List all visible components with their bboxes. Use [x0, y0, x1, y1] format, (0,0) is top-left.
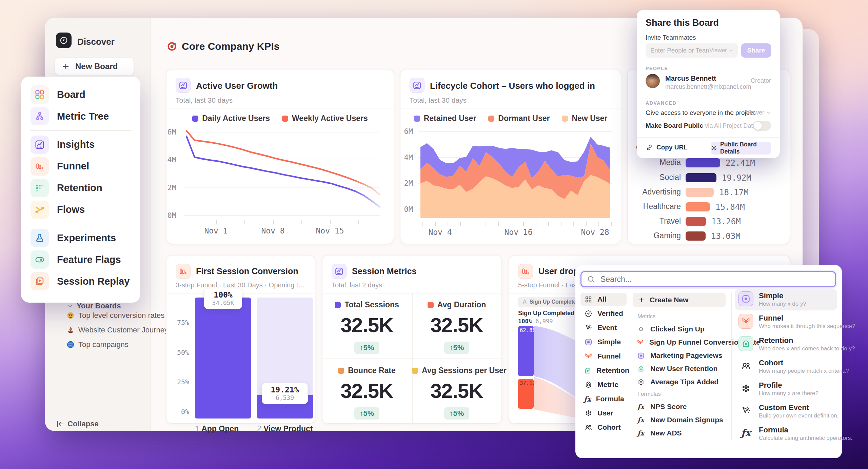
app-content-layer: Discover New Board Your Boards Top level…: [0, 0, 868, 469]
library-item-label: New Domain Signups: [650, 416, 723, 424]
funnel-shape-icon: [637, 339, 644, 346]
metric-hex-icon: [584, 381, 593, 389]
section-label: Metrics: [637, 313, 726, 320]
type-card-profile[interactable]: ProfileHow many x are there?: [735, 378, 837, 400]
filter-label: Verified: [597, 309, 623, 318]
filter-label: Event: [597, 324, 617, 332]
type-desc: Build your own event definition.: [759, 412, 839, 420]
type-desc: Who makes it through this sequence?: [759, 323, 855, 330]
search-icon: [587, 275, 595, 283]
filter-label: Metric: [597, 381, 618, 389]
type-card-formula[interactable]: ƒxFormulaCalculate using arithmetic oper…: [735, 423, 837, 445]
filter-column: AllVerifiedEventSimpleFunnelRetentionMet…: [580, 293, 627, 435]
divider: [731, 293, 732, 441]
simple-tile-icon: [637, 352, 645, 359]
user-flower-icon: [738, 381, 753, 396]
plus-icon: [638, 297, 645, 303]
library-item[interactable]: Clicked Sign Up: [633, 324, 726, 334]
circle-sm-icon: [637, 326, 645, 333]
search-input-wrap: [580, 271, 836, 287]
search-input[interactable]: [600, 274, 817, 284]
library-item[interactable]: Sign Up Funnel Conversion Rate: [633, 337, 726, 348]
type-desc: How many x are there?: [759, 390, 818, 397]
type-desc: How many people match x criteria?: [759, 367, 849, 375]
library-item[interactable]: ƒxNew Domain Signups: [633, 414, 726, 425]
filter-verified[interactable]: Verified: [580, 307, 627, 320]
library-item-label: New User Retention: [650, 365, 717, 373]
create-new-label: Create New: [650, 296, 688, 304]
cohort-people-icon: [584, 424, 593, 431]
simple-tile-icon: [738, 291, 753, 306]
retention-arch-icon: [637, 365, 645, 372]
fx-icon: ƒx: [738, 426, 753, 441]
filter-user[interactable]: User: [580, 407, 627, 420]
type-title: Funnel: [759, 314, 855, 323]
filter-all[interactable]: All: [580, 293, 627, 306]
type-card-custom-event[interactable]: Custom EventBuild your own event definit…: [735, 401, 837, 422]
filter-retention[interactable]: Retention: [580, 364, 627, 377]
type-card-cohort[interactable]: CohortHow many people match x criteria?: [735, 356, 837, 378]
user-flower-icon: [584, 409, 593, 417]
library-column: Create NewMetricsClicked Sign UpSign Up …: [633, 293, 726, 441]
type-card-simple[interactable]: SimpleHow many x do y?: [735, 289, 837, 310]
verified-icon: [584, 310, 593, 318]
filter-formula[interactable]: ƒxFormula: [580, 392, 627, 405]
event-spark-icon: [584, 324, 593, 332]
fx-icon: ƒx: [637, 430, 645, 437]
filter-label: Simple: [597, 338, 621, 346]
library-item[interactable]: ƒxNPS Score: [633, 401, 726, 412]
retention-arch-icon: [738, 336, 753, 351]
type-title: Simple: [759, 291, 806, 300]
desktop-background: Discover New Board Your Boards Top level…: [0, 0, 868, 469]
type-title: Profile: [759, 381, 818, 390]
type-title: Retention: [759, 336, 855, 345]
library-item[interactable]: ƒxNew ADS: [633, 428, 726, 439]
library-item[interactable]: Marketing Pageviews: [633, 350, 726, 361]
filter-label: User: [597, 409, 613, 417]
cohort-people-icon: [738, 359, 753, 373]
metric-hex-icon: [637, 379, 645, 386]
filter-label: Cohort: [597, 423, 621, 431]
fx-icon: ƒx: [637, 403, 645, 410]
filter-funnel[interactable]: Funnel: [580, 350, 627, 363]
filter-metric[interactable]: Metric: [580, 378, 627, 391]
section-label: Formulas: [637, 391, 726, 397]
fx-icon: ƒx: [637, 416, 645, 424]
type-desc: Calculate using arithmetic operators.: [759, 434, 852, 442]
funnel-shape-icon: [584, 352, 593, 360]
filter-event[interactable]: Event: [580, 321, 627, 334]
grid-all-icon: [584, 295, 593, 303]
filter-label: Retention: [596, 366, 629, 374]
library-item-label: NPS Score: [650, 403, 687, 411]
library-item-label: Marketing Pageviews: [650, 351, 722, 360]
create-new-button[interactable]: Create New: [633, 293, 726, 307]
type-title: Custom Event: [759, 403, 839, 412]
library-item[interactable]: Average Tips Added: [633, 376, 726, 387]
filter-simple[interactable]: Simple: [580, 335, 627, 348]
funnel-shape-icon: [738, 314, 753, 329]
filter-label: Funnel: [597, 352, 621, 360]
filter-label: All: [597, 295, 607, 303]
library-item-label: Average Tips Added: [650, 378, 718, 386]
library-item-label: New ADS: [650, 429, 682, 437]
event-spark-icon: [738, 403, 753, 418]
type-card-funnel[interactable]: FunnelWho makes it through this sequence…: [735, 311, 837, 333]
retention-arch-icon: [584, 367, 592, 374]
filter-cohort[interactable]: Cohort: [580, 421, 627, 434]
library-item-label: Clicked Sign Up: [650, 325, 705, 333]
library-item[interactable]: New User Retention: [633, 363, 726, 374]
simple-tile-icon: [584, 338, 593, 346]
type-desc: Who does x and comes back to do y?: [759, 345, 855, 352]
type-title: Cohort: [759, 359, 849, 367]
fx-icon: ƒx: [584, 395, 591, 403]
filter-label: Formula: [596, 395, 624, 403]
type-title: Formula: [759, 426, 852, 434]
search-modal-content: AllVerifiedEventSimpleFunnelRetentionMet…: [0, 0, 868, 469]
type-card-retention[interactable]: RetentionWho does x and comes back to do…: [735, 333, 837, 355]
type-desc: How many x do y?: [759, 300, 806, 308]
